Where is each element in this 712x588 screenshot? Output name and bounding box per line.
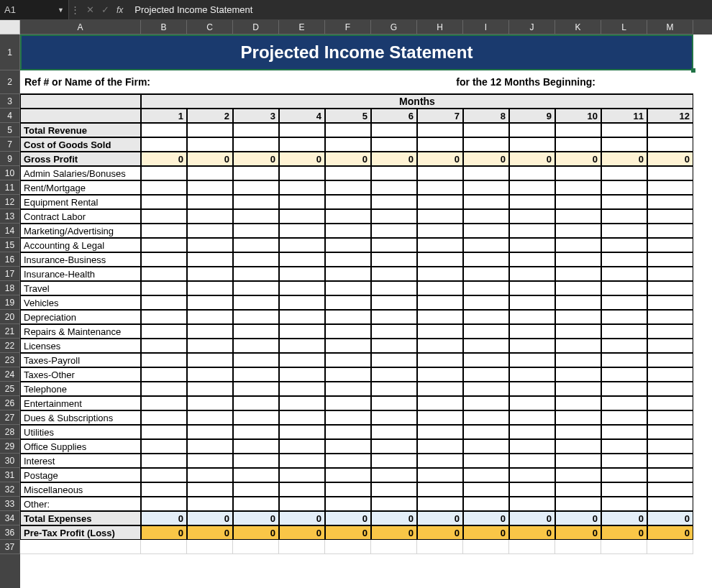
month-number-cell[interactable]: 4 — [279, 109, 325, 123]
data-cell[interactable] — [187, 166, 233, 180]
row-header[interactable]: 34 — [0, 511, 20, 525]
row-label[interactable]: Total Revenue — [20, 123, 141, 137]
data-cell[interactable] — [555, 482, 601, 497]
row-header[interactable]: 15 — [0, 238, 20, 252]
data-cell[interactable] — [555, 353, 601, 367]
data-cell[interactable] — [417, 180, 463, 195]
data-cell[interactable] — [233, 195, 279, 209]
row-header[interactable]: 17 — [0, 267, 20, 281]
data-cell[interactable]: 0 — [141, 511, 187, 525]
data-cell[interactable] — [187, 281, 233, 295]
data-cell[interactable] — [371, 425, 417, 439]
data-cell[interactable] — [371, 339, 417, 353]
data-cell[interactable] — [187, 367, 233, 382]
data-cell[interactable] — [233, 224, 279, 238]
data-cell[interactable] — [601, 180, 647, 195]
data-cell[interactable] — [555, 180, 601, 195]
row-header[interactable]: 1 — [0, 35, 20, 70]
data-cell[interactable] — [417, 195, 463, 209]
row-label[interactable]: Rent/Mortgage — [20, 180, 141, 195]
data-cell[interactable] — [371, 482, 417, 497]
data-cell[interactable] — [555, 238, 601, 252]
data-cell[interactable] — [647, 295, 693, 310]
data-cell[interactable] — [279, 224, 325, 238]
data-cell[interactable] — [647, 482, 693, 497]
data-cell[interactable] — [463, 353, 509, 367]
data-cell[interactable] — [325, 468, 371, 482]
data-cell[interactable]: 0 — [463, 511, 509, 525]
data-cell[interactable] — [417, 224, 463, 238]
data-cell[interactable] — [601, 367, 647, 382]
data-cell[interactable] — [555, 295, 601, 310]
data-cell[interactable]: 0 — [463, 525, 509, 540]
data-cell[interactable] — [187, 238, 233, 252]
data-cell[interactable] — [233, 497, 279, 511]
data-cell[interactable] — [509, 439, 555, 454]
row-header[interactable]: 24 — [0, 367, 20, 382]
data-cell[interactable] — [371, 224, 417, 238]
empty-cell[interactable] — [371, 540, 417, 554]
data-cell[interactable] — [141, 123, 187, 137]
row-header[interactable]: 31 — [0, 468, 20, 482]
data-cell[interactable]: 0 — [417, 525, 463, 540]
data-cell[interactable] — [141, 310, 187, 324]
data-cell[interactable] — [463, 410, 509, 425]
row-label[interactable]: Travel — [20, 281, 141, 295]
data-cell[interactable] — [233, 482, 279, 497]
data-cell[interactable] — [601, 324, 647, 339]
data-cell[interactable] — [233, 324, 279, 339]
row-header[interactable]: 37 — [0, 540, 20, 554]
data-cell[interactable] — [233, 382, 279, 396]
data-cell[interactable]: 0 — [555, 525, 601, 540]
data-cell[interactable] — [509, 166, 555, 180]
data-cell[interactable] — [509, 339, 555, 353]
data-cell[interactable] — [647, 410, 693, 425]
month-number-cell[interactable]: 7 — [417, 109, 463, 123]
data-cell[interactable] — [371, 166, 417, 180]
data-cell[interactable] — [325, 281, 371, 295]
row-label[interactable]: Total Expenses — [20, 511, 141, 525]
data-cell[interactable]: 0 — [371, 152, 417, 166]
data-cell[interactable] — [141, 224, 187, 238]
data-cell[interactable] — [371, 180, 417, 195]
row-header[interactable]: 29 — [0, 439, 20, 454]
enter-icon[interactable]: ✓ — [101, 4, 109, 15]
data-cell[interactable] — [141, 252, 187, 267]
row-label[interactable]: Insurance-Business — [20, 252, 141, 267]
row-header[interactable]: 19 — [0, 295, 20, 310]
empty-cell[interactable] — [463, 540, 509, 554]
row-label[interactable]: Cost of Goods Sold — [20, 137, 141, 152]
data-cell[interactable] — [417, 382, 463, 396]
data-cell[interactable] — [509, 238, 555, 252]
column-header[interactable]: M — [647, 20, 693, 35]
data-cell[interactable] — [601, 396, 647, 410]
month-number-cell[interactable]: 5 — [325, 109, 371, 123]
data-cell[interactable] — [233, 123, 279, 137]
data-cell[interactable] — [509, 252, 555, 267]
data-cell[interactable] — [417, 497, 463, 511]
data-cell[interactable] — [463, 367, 509, 382]
empty-cell[interactable] — [601, 540, 647, 554]
data-cell[interactable] — [601, 468, 647, 482]
data-cell[interactable] — [325, 123, 371, 137]
data-cell[interactable] — [555, 209, 601, 224]
data-cell[interactable] — [187, 482, 233, 497]
data-cell[interactable] — [417, 454, 463, 468]
data-cell[interactable] — [555, 281, 601, 295]
data-cell[interactable] — [509, 195, 555, 209]
data-cell[interactable] — [601, 353, 647, 367]
data-cell[interactable] — [463, 396, 509, 410]
data-cell[interactable] — [555, 224, 601, 238]
data-cell[interactable] — [325, 410, 371, 425]
data-cell[interactable] — [463, 439, 509, 454]
data-cell[interactable] — [141, 425, 187, 439]
data-cell[interactable] — [555, 339, 601, 353]
data-cell[interactable]: 0 — [463, 152, 509, 166]
data-cell[interactable] — [187, 324, 233, 339]
empty-cell[interactable] — [20, 540, 141, 554]
data-cell[interactable]: 0 — [601, 511, 647, 525]
data-cell[interactable] — [279, 425, 325, 439]
data-cell[interactable] — [141, 209, 187, 224]
data-cell[interactable] — [233, 468, 279, 482]
data-cell[interactable] — [463, 324, 509, 339]
